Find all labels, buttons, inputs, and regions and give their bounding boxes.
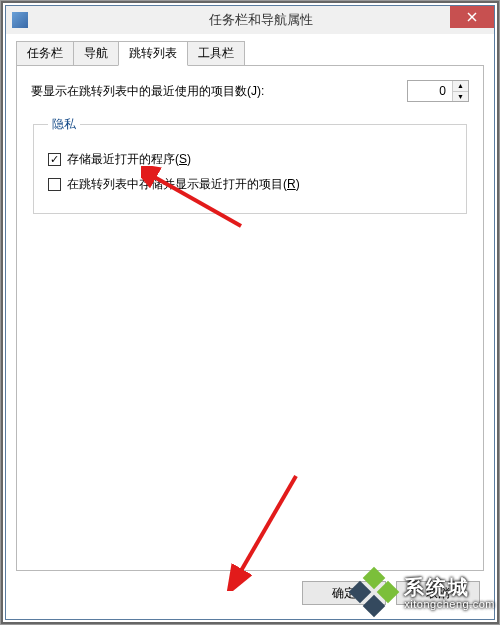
ok-button[interactable]: 确定 (302, 581, 386, 605)
dialog-window: 任务栏和导航属性 任务栏 导航 跳转列表 工具栏 要显示在跳转列表中的最近使用的… (5, 5, 495, 620)
tab-toolbars[interactable]: 工具栏 (187, 41, 245, 66)
close-icon (467, 12, 477, 22)
cancel-button[interactable]: 取消 (396, 581, 480, 605)
store-recent-programs-row[interactable]: ✓ 存储最近打开的程序(S) (48, 151, 452, 168)
privacy-legend: 隐私 (48, 116, 80, 133)
tab-jumplist[interactable]: 跳转列表 (118, 41, 188, 66)
dialog-buttons: 确定 取消 (16, 571, 484, 609)
store-recent-programs-checkbox[interactable]: ✓ (48, 153, 61, 166)
privacy-group: 隐私 ✓ 存储最近打开的程序(S) 在跳转列表中存储并显示最近打开的项目(R) (33, 116, 467, 214)
tab-strip: 任务栏 导航 跳转列表 工具栏 (16, 40, 484, 66)
close-button[interactable] (450, 6, 494, 28)
jumplist-count-label: 要显示在跳转列表中的最近使用的项目数(J): (31, 83, 264, 100)
store-recent-items-label: 在跳转列表中存储并显示最近打开的项目(R) (67, 176, 300, 193)
spinner-down[interactable]: ▼ (453, 92, 468, 102)
tab-taskbar[interactable]: 任务栏 (16, 41, 74, 66)
store-recent-items-checkbox[interactable] (48, 178, 61, 191)
window-title: 任务栏和导航属性 (28, 11, 494, 29)
jumplist-count-input[interactable] (408, 81, 452, 101)
dialog-body: 任务栏 导航 跳转列表 工具栏 要显示在跳转列表中的最近使用的项目数(J): ▲… (6, 34, 494, 619)
app-icon (12, 12, 28, 28)
spinner-up[interactable]: ▲ (453, 81, 468, 92)
jumplist-count-spinner[interactable]: ▲ ▼ (407, 80, 469, 102)
store-recent-items-row[interactable]: 在跳转列表中存储并显示最近打开的项目(R) (48, 176, 452, 193)
tab-panel-jumplist: 要显示在跳转列表中的最近使用的项目数(J): ▲ ▼ 隐私 ✓ (16, 66, 484, 571)
titlebar: 任务栏和导航属性 (6, 6, 494, 34)
tab-navigation[interactable]: 导航 (73, 41, 119, 66)
store-recent-programs-label: 存储最近打开的程序(S) (67, 151, 191, 168)
